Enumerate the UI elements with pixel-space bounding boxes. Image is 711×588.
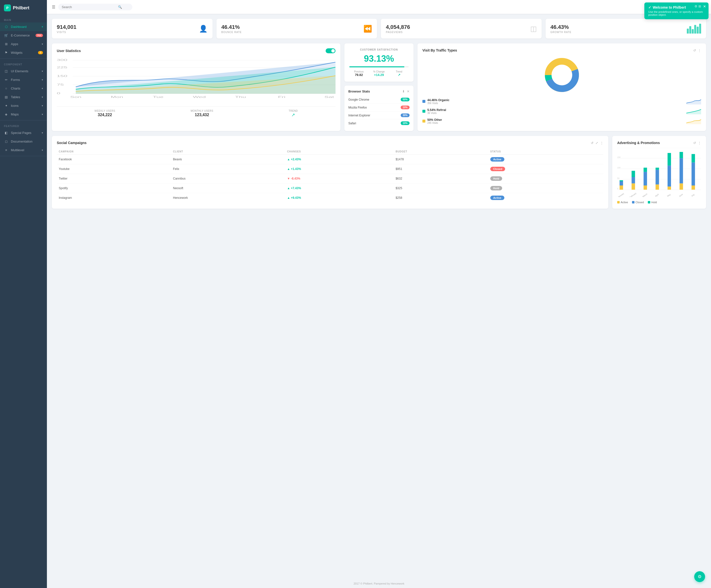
adv-ylabel: 150 — [617, 156, 621, 158]
trend-icon: ↗ — [288, 112, 298, 118]
campaigns-header: Social Campaigns ↺ ⤢ ⋮ — [57, 141, 603, 145]
adv-refresh-icon[interactable]: ↺ — [693, 141, 696, 145]
donut-chart-container — [423, 55, 701, 95]
fab-button[interactable]: ⚙ — [694, 571, 705, 582]
sidebar-label-tables: Tables — [11, 95, 20, 99]
csat-previous: Previous 79.82 — [349, 70, 368, 77]
campaigns-icons: ↺ ⤢ ⋮ — [591, 141, 603, 145]
content-area: 914,001 VISITS 👤 46.41% BOUNCE RATE ⏪ 4,… — [47, 14, 711, 579]
sidebar-section-featured: FEATURED — [0, 122, 47, 129]
sidebar-item-icons[interactable]: ✦ Icons ▾ — [0, 101, 47, 110]
bar-hold-4 — [668, 153, 671, 165]
campaigns-title: Social Campaigns — [57, 141, 87, 145]
sidebar-item-tables[interactable]: ▤ Tables ▾ — [0, 93, 47, 101]
traffic-legend: 44.46% Organic 356 Visits 5.54% Refrral … — [423, 98, 701, 125]
traffic-more-icon[interactable]: ⋮ — [698, 49, 701, 52]
sidebar-item-forms[interactable]: ✏ Forms ▾ — [0, 75, 47, 84]
traffic-refresh-icon[interactable]: ↺ — [693, 49, 696, 52]
th-campaign: CAMPAIGN — [57, 149, 171, 155]
bar-closed-0 — [620, 181, 623, 185]
stat-info-growth: 46.43% GROWTH RATE — [551, 24, 572, 33]
sidebar-item-maps[interactable]: ◈ Maps ▾ — [0, 110, 47, 119]
browser-close-icon[interactable]: ✕ — [407, 90, 410, 93]
mini-bar-5 — [697, 27, 699, 33]
monthly-users-label: Monthly Users — [191, 110, 213, 112]
sidebar-label-apps: Apps — [11, 42, 18, 46]
browser-row: Safari 10% — [348, 119, 410, 127]
sidebar-item-dashboard[interactable]: ⬡ Dashboard ▾ — [0, 22, 47, 31]
adv-month-4: May — [667, 194, 671, 197]
campaigns-expand-icon[interactable]: ⤢ — [596, 141, 598, 145]
sidebar-item-charts[interactable]: ○ Charts ▾ — [0, 84, 47, 93]
adv-more-icon[interactable]: ⋮ — [698, 141, 701, 145]
campaign-status: Hold — [488, 174, 603, 183]
legend-label-1: 5.54% Refrral — [427, 108, 684, 112]
browser-download-icon[interactable]: ⬇ — [402, 90, 405, 93]
csat-bar — [349, 66, 409, 67]
csat-trend: Trend ↗ — [390, 70, 409, 77]
growth-mini-chart — [687, 24, 701, 33]
hamburger-icon[interactable]: ☰ — [52, 5, 55, 9]
campaign-status: Active — [488, 193, 603, 203]
svg-text:Fri: Fri — [278, 96, 285, 98]
toast-grid-icon[interactable]: ⊞ — [698, 4, 701, 8]
campaign-name: Instagram — [57, 193, 171, 203]
stat-info-pageviews: 4,054,876 PAGEVIEWS — [386, 24, 410, 33]
monthly-users-value: 123,432 — [191, 113, 213, 117]
bar-hold-1 — [631, 171, 635, 177]
table-row: Twitter Cannibus ▼ -8.43% $632 Hold — [57, 174, 603, 183]
arrow-ui-elements: ▾ — [42, 70, 43, 72]
campaigns-refresh-icon[interactable]: ↺ — [591, 141, 594, 145]
sidebar-label-widgets: Widgets — [11, 51, 22, 54]
logo-text: Philbert — [13, 5, 29, 10]
stat-info-bounce: 46.41% BOUNCE RATE — [221, 24, 242, 33]
browser-stats-card: Browser Stats ⬇ ✕ Google Chrome 50% Mozi… — [344, 86, 413, 131]
campaigns-more-icon[interactable]: ⋮ — [600, 141, 603, 145]
sidebar-item-multilevel[interactable]: ≡ Multilevel ▾ — [0, 146, 47, 154]
stat-card-growth: 46.43% GROWTH RATE — [545, 19, 706, 39]
sidebar-item-ecommerce[interactable]: 🛒 E-Commerce Hot — [0, 31, 47, 40]
toast-settings-icon[interactable]: ⚙ — [694, 4, 697, 8]
pageviews-icon: ◫ — [530, 25, 537, 33]
svg-text:Thu: Thu — [235, 96, 246, 98]
browser-row: Google Chrome 50% — [348, 96, 410, 104]
user-stats-toggle[interactable] — [326, 48, 336, 53]
th-budget: BUDGET — [393, 149, 488, 155]
arrow-multilevel: ▾ — [42, 149, 43, 152]
sidebar-divider — [0, 120, 47, 120]
svg-text:Sat: Sat — [324, 96, 334, 98]
footer-text: 2017 © Philbert. Pampered by Hencework — [353, 582, 404, 585]
sidebar-item-widgets[interactable]: ⚑ Widgets 8 — [0, 48, 47, 57]
arrow-apps: ▾ — [42, 43, 43, 45]
legend-mini-chart-1 — [686, 108, 701, 115]
stat-label-visits: VISITS — [57, 31, 77, 33]
sidebar-section-main: MAIN — [0, 16, 47, 22]
page-footer: 2017 © Philbert. Pampered by Hencework — [47, 579, 711, 588]
sidebar-item-special-pages[interactable]: ◧ Special Pages ▾ — [0, 129, 47, 137]
campaign-client: Cannibus — [171, 174, 285, 183]
adv-month-5: June — [678, 193, 683, 197]
mini-bar-6 — [699, 24, 701, 33]
bar-active-4 — [668, 186, 671, 190]
mid-row: User Statistics 300 225 150 75 0 — [52, 43, 706, 131]
legend-sub-0: 356 Visits — [427, 102, 684, 105]
campaigns-tbody: Facebook Beavis ▲ +2.43% $1478 Active Yo… — [57, 155, 603, 203]
legend-item: 50% Other 245 Visits — [423, 117, 701, 125]
search-input[interactable] — [62, 5, 116, 9]
main-content: ☰ 🔍 ⚙ ⊞ 🔔 3 U ✓ Welcome to Philbert Use … — [47, 0, 711, 588]
toast-close-button[interactable]: ✕ — [703, 4, 706, 8]
sidebar-item-documentation[interactable]: ◻ Documentation — [0, 137, 47, 146]
svg-text:0: 0 — [57, 92, 60, 95]
campaign-change: ▲ +2.43% — [285, 155, 393, 164]
table-row: Youtube Felix ▲ +1.43% $951 Closed — [57, 164, 603, 174]
campaigns-table: CAMPAIGNCLIENTCHANGESBUDGETSTATUS Facebo… — [57, 149, 603, 203]
bar-closed-1 — [631, 177, 635, 183]
sidebar-logo[interactable]: P Philbert — [0, 0, 47, 16]
svg-text:Tue: Tue — [153, 96, 164, 98]
sidebar-item-apps[interactable]: ⊞ Apps ▾ — [0, 40, 47, 48]
search-box: 🔍 — [58, 4, 132, 10]
sidebar-item-ui-elements[interactable]: ◫ UI Elements ▾ — [0, 67, 47, 75]
weekly-users-label: Weekly Users — [94, 110, 115, 112]
bar-hold-3 — [655, 168, 659, 170]
sidebar-label-icons: Icons — [11, 104, 19, 108]
